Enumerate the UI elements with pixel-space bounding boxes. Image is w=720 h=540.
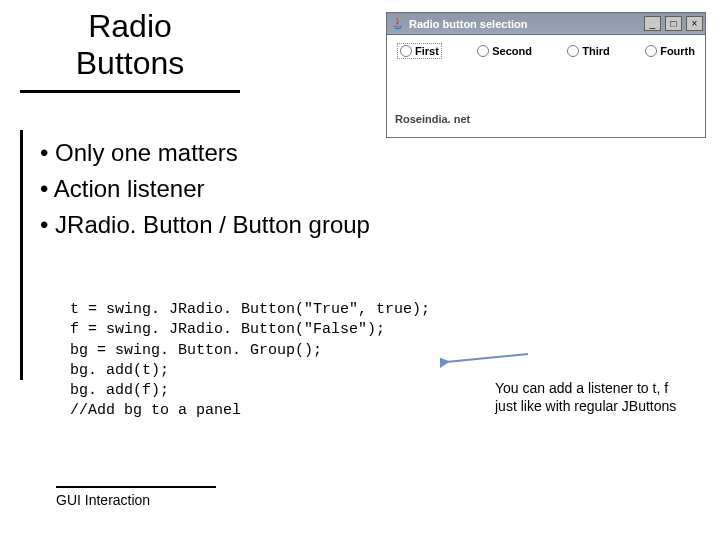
arrow-icon [440, 350, 530, 370]
radio-icon [567, 45, 579, 57]
svg-line-0 [446, 354, 528, 362]
minimize-button[interactable]: _ [644, 16, 661, 31]
code-block: t = swing. JRadio. Button("True", true);… [70, 300, 430, 422]
bullet-item: Action listener [40, 171, 370, 207]
java-window-body: First Second Third Fourth Roseindia. net [387, 35, 705, 137]
bullet-list: Only one matters Action listener JRadio.… [40, 135, 370, 243]
java-icon [391, 17, 405, 31]
radio-label: Third [582, 45, 610, 57]
footer-rule [56, 486, 216, 488]
radio-icon [400, 45, 412, 57]
radio-label: Fourth [660, 45, 695, 57]
java-window-title: Radio button selection [409, 18, 640, 30]
radio-icon [477, 45, 489, 57]
maximize-button[interactable]: □ [665, 16, 682, 31]
title-underline [20, 90, 240, 93]
java-window-titlebar: Radio button selection _ □ × [387, 13, 705, 35]
close-button[interactable]: × [686, 16, 703, 31]
radio-label: Second [492, 45, 532, 57]
radio-row: First Second Third Fourth [393, 43, 699, 65]
vertical-rule [20, 130, 23, 380]
bullet-item: Only one matters [40, 135, 370, 171]
radio-label: First [415, 45, 439, 57]
radio-option-third[interactable]: Third [567, 43, 610, 59]
radio-icon [645, 45, 657, 57]
radio-option-fourth[interactable]: Fourth [645, 43, 695, 59]
radio-option-first[interactable]: First [397, 43, 442, 59]
footer-text: GUI Interaction [56, 492, 216, 508]
radio-option-second[interactable]: Second [477, 43, 532, 59]
callout-text: You can add a listener to t, f just like… [495, 380, 685, 415]
bullet-item: JRadio. Button / Button group [40, 207, 370, 243]
java-window: Radio button selection _ □ × First Secon… [386, 12, 706, 138]
slide-title: Radio Buttons [20, 8, 240, 86]
attribution-text: Roseindia. net [393, 65, 699, 133]
